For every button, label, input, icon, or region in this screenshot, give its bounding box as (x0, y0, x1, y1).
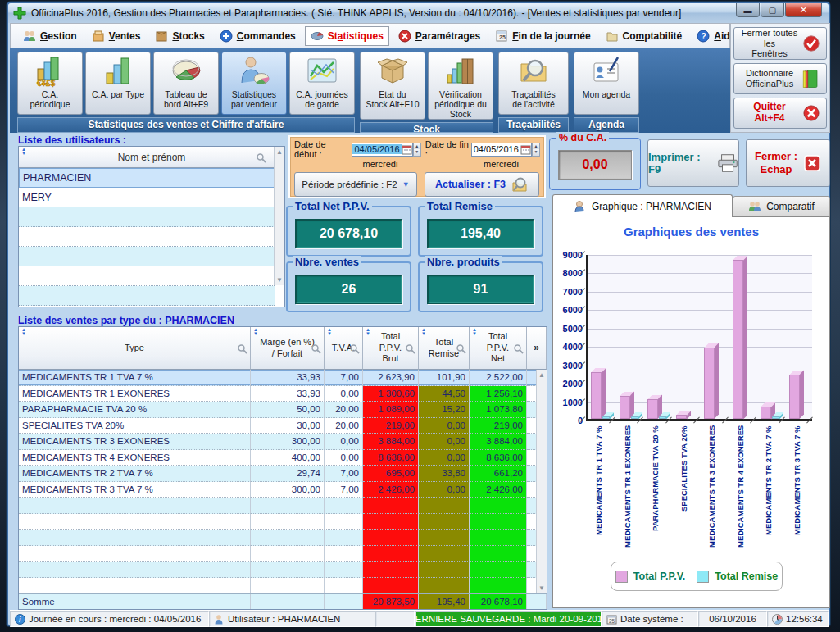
menu-item-param-trages[interactable]: Paramétrages (393, 26, 486, 46)
tab-comparatif[interactable]: Comparatif (733, 196, 830, 217)
close-button[interactable]: ✕ (785, 3, 822, 17)
title-bar[interactable]: OfficinaPlus 2016, Gestion des Pharmacie… (8, 3, 829, 23)
sort-icon[interactable]: ▲▼ (421, 328, 426, 336)
search-icon[interactable] (405, 343, 415, 354)
calendar-icon[interactable] (520, 144, 531, 155)
sort-icon[interactable]: ▲▼ (327, 328, 332, 336)
sales-row[interactable] (19, 530, 547, 546)
sort-icon[interactable]: ▲▼ (253, 328, 258, 336)
users-scrollbar[interactable]: ▲ ▼ (274, 147, 284, 285)
sales-row[interactable]: MEDICAMENTS TR 2 TVA 7 %29,747,00695,003… (19, 466, 547, 482)
scroll-up-icon[interactable]: ▲ (538, 371, 545, 379)
toolbar-button-mon-agenda[interactable]: Mon agenda (574, 52, 639, 115)
sales-row[interactable] (19, 498, 547, 514)
sales-column-header[interactable]: ▲▼Marge (en %) / Forfait (251, 327, 325, 370)
user-row[interactable] (19, 266, 275, 286)
sales-row[interactable] (19, 546, 547, 562)
sales-row[interactable] (19, 578, 547, 594)
search-icon[interactable] (311, 343, 321, 354)
total-remise-value: 195,40 (427, 219, 534, 248)
sales-column-header[interactable]: ▲▼Type (19, 327, 251, 370)
sales-row[interactable]: MEDICAMENTS TR 3 TVA 7 %300,007,002 426,… (19, 482, 547, 498)
side-button-fermer-toutes-les[interactable]: Fermer toutes les Fenêtres (733, 27, 827, 60)
sales-row[interactable]: MEDICAMENTS TR 3 EXONERES300,000,003 884… (19, 434, 547, 450)
sales-row[interactable]: PARAPHARMACIE TVA 20 %50,0020,001 089,00… (19, 402, 547, 418)
sales-row[interactable]: MEDICAMENTS TR 1 EXONERES33,930,001 300,… (19, 386, 547, 402)
sales-row[interactable] (19, 514, 547, 530)
sales-cell: 30,00 (251, 418, 325, 434)
calendar-icon[interactable] (402, 144, 412, 155)
sales-row[interactable]: MEDICAMENTS TR 1 TVA 7 %33,937,002 623,9… (19, 370, 547, 386)
side-button-quitter-alt-f4[interactable]: Quitter Alt+F4 (733, 98, 827, 129)
search-icon[interactable] (256, 152, 266, 163)
toolbar-button-v-rification[interactable]: Vérification périodique du Stock (428, 52, 493, 120)
sales-column-header[interactable]: ▲▼T.V.A. (325, 327, 363, 370)
date-end-spinner[interactable]: ▲▼ (532, 143, 540, 157)
date-end-field[interactable]: 04/05/2016 (471, 143, 532, 157)
column-label: Total P.P.V. Net (487, 331, 509, 365)
refresh-button[interactable]: Actualiser : F3 (425, 172, 539, 197)
search-icon[interactable] (349, 343, 360, 354)
users-column-header[interactable]: Nom et prénom (19, 152, 284, 163)
toolbar-button-c-a-[interactable]: €¥£$C.A. périodique (17, 52, 83, 115)
menu-item-ventes[interactable]: Ventes (86, 26, 147, 46)
maximize-button[interactable]: ▢ (761, 3, 784, 17)
sort-icon[interactable]: ▲▼ (21, 148, 26, 156)
sales-cell (251, 562, 325, 578)
toolbar-button-statistiques[interactable]: Statistiques par vendeur (221, 52, 287, 115)
print-button[interactable]: Imprimer : F9 (647, 139, 739, 187)
expand-columns-button[interactable]: » (527, 327, 547, 370)
scroll-down-icon[interactable]: ▼ (276, 276, 283, 284)
menu-item-stocks[interactable]: Stocks (149, 26, 210, 46)
sort-icon[interactable]: ▲▼ (366, 328, 370, 336)
users-table-header[interactable]: ▲▼ Nom et prénom » (19, 147, 284, 168)
menu-item-statistiques[interactable]: Statistiques (305, 26, 389, 46)
toolbar-button-c-a-par-type[interactable]: C.A. par Type (85, 52, 151, 115)
search-folder-icon (511, 175, 529, 193)
sales-column-header[interactable]: ▲▼Total P.P.V. Net (470, 327, 527, 370)
user-row[interactable] (19, 207, 275, 227)
close-view-button[interactable]: Fermer : Echap (746, 139, 830, 187)
window-title: OfficinaPlus 2016, Gestion des Pharmacie… (31, 7, 681, 19)
sales-scrollbar[interactable]: ▲ ▼ (536, 370, 547, 593)
menu-item-gestion[interactable]: Gestion (17, 26, 83, 46)
user-row[interactable] (19, 286, 275, 306)
toolbar-button-tableau-de[interactable]: Tableau de bord Alt+F9 (153, 52, 219, 115)
date-start-field[interactable]: 04/05/2016 (352, 143, 412, 157)
bar-side-face (602, 368, 606, 419)
sales-row[interactable] (19, 562, 547, 578)
tab-graphique[interactable]: Graphique : PHARMACIEN (552, 194, 733, 217)
sales-cell: MEDICAMENTS TR 2 TVA 7 % (19, 466, 251, 482)
toolbar-group: Mon agendaAgenda (574, 52, 639, 133)
sales-column-header[interactable]: ▲▼Total Remise (419, 327, 470, 370)
sales-row[interactable]: SPECIALITES TVA 20%30,0020,00219,000,002… (19, 418, 547, 434)
sales-column-header[interactable]: ▲▼Total P.P.V. Brut (363, 327, 419, 370)
sales-cell (363, 530, 419, 546)
sort-icon[interactable]: ▲▼ (21, 328, 26, 336)
date-start-spinner[interactable]: ▲▼ (413, 143, 421, 157)
sales-row[interactable]: MEDICAMENTS TR 4 EXONERES400,000,008 636… (19, 450, 547, 466)
side-button-dictionnaire[interactable]: Dictionnaire OfficinaPlus (733, 63, 827, 94)
user-row[interactable] (19, 247, 275, 266)
bar-total-remise (631, 416, 638, 419)
scroll-down-icon[interactable]: ▼ (538, 584, 545, 592)
user-row[interactable]: MERY (19, 188, 275, 207)
menu-item-commandes[interactable]: Commandes (214, 26, 302, 46)
y-tick-label: 3000 (555, 361, 583, 371)
predefined-period-button[interactable]: Période prédéfinie : F2▼ (294, 172, 417, 197)
user-row[interactable] (19, 227, 275, 247)
toolbar-group-buttons: Traçabilités de l'activité (498, 52, 569, 115)
minimize-button[interactable]: ▬ (736, 3, 760, 17)
search-icon[interactable] (456, 343, 466, 354)
toolbar-button-c-a-journ-es[interactable]: C.A. journées de garde (289, 52, 355, 115)
toolbar-button-label: Tableau de bord Alt+F9 (164, 89, 208, 109)
toolbar-button-etat-du[interactable]: Etat du Stock Alt+F10 (360, 52, 425, 120)
menu-item-fin-de-la-journ-e[interactable]: 25Fin de la journée (489, 26, 596, 46)
user-row[interactable]: PHARMACIEN (19, 168, 275, 188)
scroll-up-icon[interactable]: ▲ (276, 148, 283, 156)
toolbar-button-tra-abilit-s[interactable]: Traçabilités de l'activité (498, 52, 569, 115)
search-icon[interactable] (237, 343, 247, 354)
sort-icon[interactable]: ▲▼ (472, 328, 477, 336)
search-icon[interactable] (513, 343, 524, 354)
menu-item-comptabilit-[interactable]: Comptabilité (600, 26, 688, 46)
